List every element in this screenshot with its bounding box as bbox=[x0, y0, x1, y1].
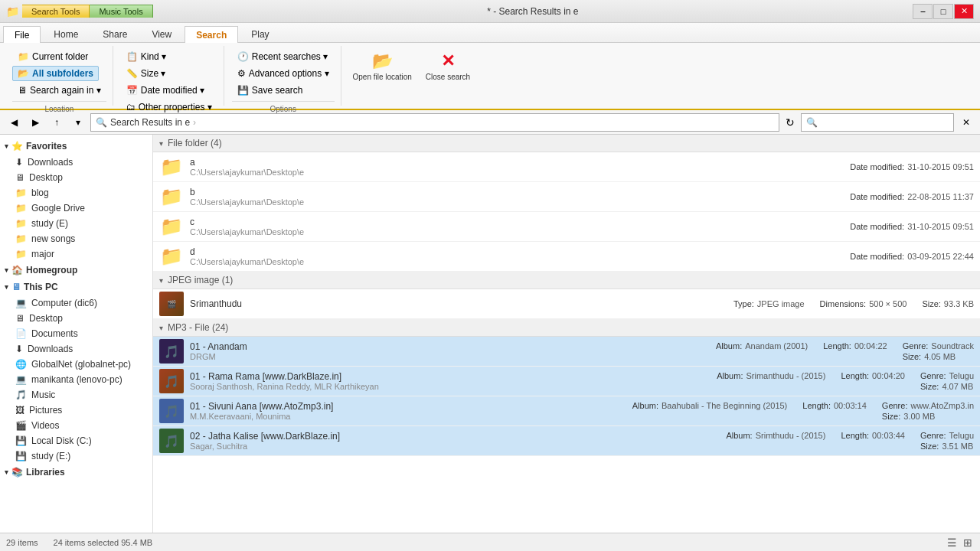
date-modified-button[interactable]: 📅 Date modified ▾ bbox=[121, 83, 217, 98]
date-label-d: Date modified: bbox=[850, 252, 904, 261]
ribbon-actions-content: 📂 Open file location ✕ Close search bbox=[349, 46, 475, 106]
music-label: Music bbox=[31, 390, 55, 400]
sidebar-item-downloads[interactable]: ⬇ Downloads bbox=[0, 155, 152, 170]
sidebar-item-videos[interactable]: 🎬 Videos bbox=[0, 418, 152, 433]
clear-search-button[interactable]: ✕ bbox=[957, 113, 975, 132]
table-row[interactable]: 📁 a C:\Users\ajaykumar\Desktop\e Date mo… bbox=[153, 152, 980, 182]
advanced-options-button[interactable]: ⚙ Advanced options ▾ bbox=[232, 66, 335, 81]
size-value-4: 3.51 MB bbox=[942, 442, 973, 451]
save-search-button[interactable]: 💾 Save search bbox=[232, 83, 335, 98]
this-pc-section-header[interactable]: ▾ 🖥 This PC bbox=[0, 279, 152, 295]
maximize-button[interactable]: □ bbox=[933, 4, 953, 19]
file-folder-section-header[interactable]: ▾ File folder (4) bbox=[153, 135, 980, 152]
sidebar-item-major[interactable]: 📁 major bbox=[0, 246, 152, 262]
kind-label: Kind ▾ bbox=[141, 51, 166, 62]
favorites-section-header[interactable]: ▾ ⭐ Favorites bbox=[0, 138, 152, 155]
title-bar: 📁 Search Tools Music Tools * - Search Re… bbox=[0, 0, 980, 23]
open-file-location-button[interactable]: 📂 Open file location bbox=[349, 49, 416, 83]
search-input-bar[interactable]: 🔍 bbox=[801, 113, 954, 132]
homegroup-arrow: ▾ bbox=[5, 266, 8, 274]
sidebar-item-new-songs[interactable]: 📁 new songs bbox=[0, 231, 152, 246]
recent-locations-button[interactable]: ▾ bbox=[69, 113, 87, 132]
music-tools-context-tab[interactable]: Music Tools bbox=[90, 5, 152, 18]
mp3-section-header[interactable]: ▾ MP3 - File (24) bbox=[153, 319, 980, 337]
length-label-3: Length: bbox=[802, 401, 831, 421]
sidebar-item-pictures[interactable]: 🖼 Pictures bbox=[0, 403, 152, 418]
folder-a-info: a C:\Users\ajaykumar\Desktop\e bbox=[190, 157, 850, 177]
sidebar-item-desktop2[interactable]: 🖥 Desktop bbox=[0, 311, 152, 326]
genre-label-4: Genre: bbox=[920, 431, 946, 440]
ribbon-tab-bar: File Home Share View Search Play bbox=[0, 23, 980, 43]
mp3-1-artist: DRGM bbox=[190, 352, 716, 361]
mp3-4-name: 02 - Jatha Kalise [www.DarkBlaze.in] bbox=[190, 431, 726, 442]
sidebar-item-globalnet[interactable]: 🌐 GlobalNet (globalnet-pc) bbox=[0, 357, 152, 372]
sidebar-item-study-e[interactable]: 📁 study (E) bbox=[0, 216, 152, 231]
folder-c-meta: Date modified:31-10-2015 09:51 bbox=[850, 222, 974, 231]
search-again-button[interactable]: 🖥 Search again in ▾ bbox=[12, 83, 106, 98]
minimize-button[interactable]: ‒ bbox=[913, 4, 933, 19]
size-button[interactable]: 📏 Size ▾ bbox=[121, 66, 217, 81]
jpeg-arrow: ▾ bbox=[159, 276, 163, 285]
album-value-4: Srimthudu - (2015) bbox=[756, 431, 826, 451]
tab-share[interactable]: Share bbox=[91, 25, 139, 42]
sidebar-item-computer[interactable]: 💻 Computer (dic6) bbox=[0, 295, 152, 311]
forward-button[interactable]: ▶ bbox=[26, 113, 44, 132]
table-row[interactable]: 🎵 01 - Anandam DRGM Album:Anandam (2001)… bbox=[153, 337, 980, 367]
large-icons-view-button[interactable]: ⊞ bbox=[962, 536, 974, 549]
all-subfolders-button[interactable]: 📂 All subfolders bbox=[12, 66, 99, 81]
date-value-d: 03-09-2015 22:44 bbox=[907, 252, 974, 261]
srimanthudu-name: Srimanthudu bbox=[190, 298, 733, 309]
main-layout: ▾ ⭐ Favorites ⬇ Downloads 🖥 Desktop 📁 bl… bbox=[0, 135, 980, 533]
tab-home[interactable]: Home bbox=[42, 25, 90, 42]
tab-view[interactable]: View bbox=[140, 25, 183, 42]
ribbon-refine-content: 📋 Kind ▾ 📏 Size ▾ 📅 Date modified ▾ 🗂 Ot… bbox=[121, 46, 217, 118]
back-button[interactable]: ◀ bbox=[5, 113, 23, 132]
sidebar-item-downloads2[interactable]: ⬇ Downloads bbox=[0, 341, 152, 357]
details-view-button[interactable]: ☰ bbox=[946, 536, 959, 549]
current-folder-button[interactable]: 📁 Current folder bbox=[12, 49, 93, 64]
close-search-button[interactable]: ✕ Close search bbox=[422, 49, 474, 83]
tab-file[interactable]: File bbox=[3, 26, 41, 43]
table-row[interactable]: 🎵 01 - Rama Rama [www.DarkBlaze.in] Soor… bbox=[153, 367, 980, 396]
search-tools-context-tab[interactable]: Search Tools bbox=[22, 5, 90, 18]
table-row[interactable]: 🎬 Srimanthudu Type:JPEG image Dimensions… bbox=[153, 289, 980, 319]
sidebar-item-documents[interactable]: 📄 Documents bbox=[0, 326, 152, 341]
refresh-button[interactable]: ↻ bbox=[782, 113, 798, 132]
local-disk-label: Local Disk (C:) bbox=[31, 435, 92, 446]
table-row[interactable]: 📁 c C:\Users\ajaykumar\Desktop\e Date mo… bbox=[153, 212, 980, 242]
search-icon: 🔍 bbox=[806, 117, 818, 128]
folder-a-meta: Date modified:31-10-2015 09:51 bbox=[850, 162, 974, 171]
length-value-2: 00:04:20 bbox=[872, 371, 905, 391]
size-value-s: 93.3 KB bbox=[944, 299, 974, 308]
sidebar-item-manikanta[interactable]: 💻 manikanta (lenovo-pc) bbox=[0, 372, 152, 387]
tab-play[interactable]: Play bbox=[240, 25, 280, 42]
table-row[interactable]: 📁 b C:\Users\ajaykumar\Desktop\e Date mo… bbox=[153, 182, 980, 212]
close-button[interactable]: ✕ bbox=[954, 4, 974, 19]
dim-value-s: 500 × 500 bbox=[869, 299, 906, 308]
album-value-2: Srimanthudu - (2015) bbox=[746, 371, 825, 391]
date-value-c: 31-10-2015 09:51 bbox=[907, 222, 974, 231]
date-value-a: 31-10-2015 09:51 bbox=[907, 162, 974, 171]
sidebar-item-blog[interactable]: 📁 blog bbox=[0, 185, 152, 201]
table-row[interactable]: 🎵 01 - Sivuni Aana [www.AtoZmp3.in] M.M.… bbox=[153, 396, 980, 426]
recent-searches-button[interactable]: 🕐 Recent searches ▾ bbox=[232, 49, 335, 64]
libraries-section-header[interactable]: ▾ 📚 Libraries bbox=[0, 464, 152, 481]
sidebar-item-google-drive[interactable]: 📁 Google Drive bbox=[0, 201, 152, 216]
kind-button[interactable]: 📋 Kind ▾ bbox=[121, 49, 217, 64]
genre-value-2: Telugu bbox=[949, 371, 974, 380]
jpeg-section-header[interactable]: ▾ JPEG image (1) bbox=[153, 272, 980, 289]
sidebar-item-desktop[interactable]: 🖥 Desktop bbox=[0, 170, 152, 185]
sidebar-item-study-e2[interactable]: 💾 study (E:) bbox=[0, 448, 152, 464]
homegroup-section-header[interactable]: ▾ 🏠 Homegroup bbox=[0, 262, 152, 279]
table-row[interactable]: 🎵 02 - Jatha Kalise [www.DarkBlaze.in] S… bbox=[153, 426, 980, 456]
sidebar-item-local-disk[interactable]: 💾 Local Disk (C:) bbox=[0, 433, 152, 448]
download-icon: ⬇ bbox=[15, 157, 23, 168]
study-e-icon: 📁 bbox=[15, 218, 27, 229]
size-value-2: 4.07 MB bbox=[942, 382, 973, 391]
folder-c-name: c bbox=[190, 217, 850, 227]
tab-search[interactable]: Search bbox=[185, 26, 238, 43]
up-button[interactable]: ↑ bbox=[47, 113, 66, 132]
table-row[interactable]: 📁 d C:\Users\ajaykumar\Desktop\e Date mo… bbox=[153, 242, 980, 272]
breadcrumb[interactable]: 🔍 Search Results in e › bbox=[90, 113, 779, 132]
sidebar-item-music[interactable]: 🎵 Music bbox=[0, 387, 152, 403]
